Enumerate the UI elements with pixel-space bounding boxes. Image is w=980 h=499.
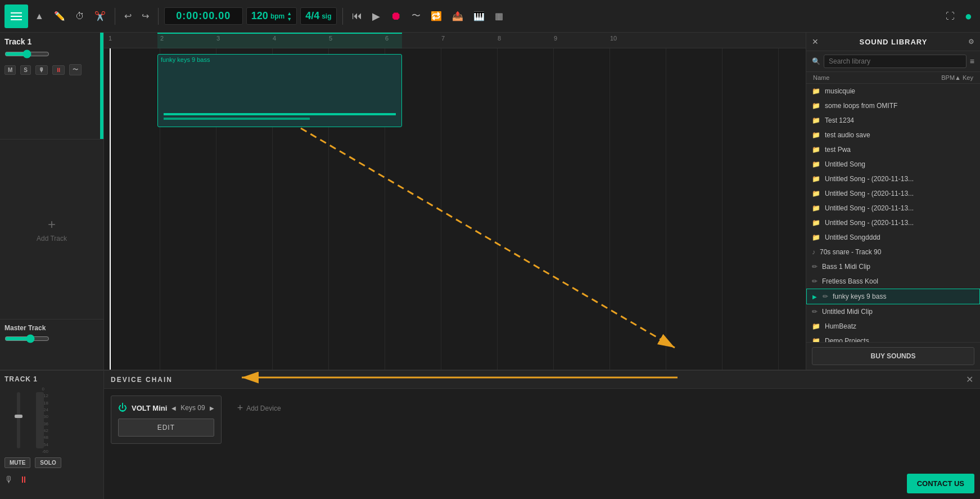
track-1-volume-slider[interactable]	[4, 50, 49, 59]
library-close-icon[interactable]: ✕	[812, 37, 819, 46]
lib-item-name: Demo Projects	[825, 337, 869, 342]
lib-item-5[interactable]: 📁Untitled Song	[806, 157, 980, 172]
sound-library-panel: ✕ SOUND LIBRARY ⚙ 🔍 ≡ Name BPM▲ Key 📁mus…	[806, 33, 980, 370]
arm-button[interactable]: 🎙	[35, 65, 48, 75]
lib-item-name: Untitled Midi Clip	[822, 308, 873, 316]
ruler-mark-9: 9	[554, 33, 557, 42]
bpm-label: bpm	[270, 12, 284, 20]
add-track-icon: +	[48, 217, 56, 232]
lib-item-name: Untitled Song - (2020-11-13...	[825, 204, 914, 212]
buy-sounds-button[interactable]: BUY SOUNDS	[812, 347, 974, 365]
hamburger-button[interactable]	[4, 5, 28, 28]
lib-item-name: Bass 1 Midi Clip	[822, 263, 870, 271]
loop-button[interactable]: 🔁	[427, 8, 445, 24]
preset-right-arrow[interactable]: ▶	[210, 405, 214, 411]
track-panel: Track 1 M S 🎙 ⏸ 〜 + Add Track Master Tra…	[0, 33, 104, 370]
edit-button[interactable]: EDIT	[118, 419, 214, 437]
device-chain-close-button[interactable]: ✕	[966, 374, 973, 385]
pencil-tool-button[interactable]: ✏️	[51, 8, 69, 24]
solo-button[interactable]: S	[20, 65, 31, 75]
lib-item-9[interactable]: 📁Untitled Song - (2020-11-13...	[806, 215, 980, 230]
track-area: funky keys 9 bass	[104, 48, 806, 370]
playhead	[110, 48, 111, 370]
device-header: ⏻ VOLT Mini ◀ Keys 09 ▶	[118, 403, 214, 413]
profile-button[interactable]: ●	[961, 6, 976, 26]
mute-button-bottom[interactable]: MUTE	[4, 457, 30, 468]
lib-item-0[interactable]: 📁musicquie	[806, 84, 980, 98]
master-volume-slider[interactable]	[4, 334, 49, 343]
select-tool-button[interactable]: ▲	[31, 8, 47, 24]
lib-item-8[interactable]: 📁Untitled Song - (2020-11-13...	[806, 201, 980, 215]
lib-item-10[interactable]: 📁Untitled Songdddd	[806, 230, 980, 245]
lib-item-name: Untitled Songdddd	[825, 233, 880, 241]
mute-button[interactable]: M	[4, 65, 16, 75]
rewind-button[interactable]: ⏮	[349, 7, 365, 25]
redo-button[interactable]: ↪	[138, 8, 152, 24]
lib-item-name: Untitled Song - (2020-11-13...	[825, 219, 914, 227]
volume-area: 0 -12 -18 -24 -30 -36 -42 -48 -54 -60	[4, 386, 99, 454]
grid-button[interactable]: ▦	[491, 8, 507, 24]
folder-icon: 📁	[812, 87, 820, 95]
record-button[interactable]: ⏺	[387, 7, 405, 25]
folder-icon: 📁	[812, 102, 820, 110]
master-track-name: Master Track	[4, 324, 99, 332]
filter-icon[interactable]: ≡	[970, 57, 974, 66]
device-chain-header: DEVICE CHAIN ✕	[104, 371, 980, 389]
lib-item-7[interactable]: 📁Untitled Song - (2020-11-13...	[806, 186, 980, 201]
lib-item-15[interactable]: ✏Untitled Midi Clip	[806, 304, 980, 319]
arrangement-view: 1 2 3 4 5 6 7 8 9 10 funky keys 9 bass	[104, 33, 806, 370]
folder-icon: 📁	[812, 219, 820, 227]
device-power-button[interactable]: ⏻	[118, 403, 127, 413]
fullscreen-button[interactable]: ⛶	[942, 8, 958, 24]
lib-item-6[interactable]: 📁Untitled Song - (2020-11-13...	[806, 172, 980, 186]
lib-item-11[interactable]: ♪70s snare - Track 90	[806, 245, 980, 259]
lib-item-16[interactable]: 📁HumBeatz	[806, 319, 980, 334]
lib-item-4[interactable]: 📁test Pwa	[806, 142, 980, 157]
midi-button[interactable]: 🎹	[470, 8, 488, 24]
lib-item-name: HumBeatz	[825, 322, 856, 330]
bpm-arrows[interactable]: ▲ ▼	[287, 11, 292, 22]
folder-icon: 📁	[812, 204, 820, 212]
contact-us-area: CONTACT US	[907, 474, 974, 493]
solo-button-bottom[interactable]: SOLO	[35, 457, 61, 468]
library-settings-icon[interactable]: ⚙	[968, 38, 974, 46]
lib-item-13[interactable]: ✏Fretless Bass Kool	[806, 274, 980, 289]
automation-button[interactable]: 〜	[408, 7, 424, 25]
lib-item-14[interactable]: ▶✏funky keys 9 bass	[806, 289, 980, 304]
clock-tool-button[interactable]: ⏱	[72, 8, 88, 24]
lib-item-1[interactable]: 📁some loops from OMITF	[806, 98, 980, 113]
master-track-header: Master Track	[0, 319, 103, 370]
add-track-area[interactable]: + Add Track	[0, 140, 103, 319]
lib-item-12[interactable]: ✏Bass 1 Midi Clip	[806, 259, 980, 274]
lib-item-17[interactable]: 📁Demo Projects	[806, 334, 980, 342]
export-button[interactable]: 📤	[449, 8, 467, 24]
pattern-button[interactable]: ⏸	[52, 65, 65, 75]
mute-solo-controls: MUTE SOLO	[4, 457, 99, 468]
divider-3	[342, 8, 343, 25]
track1-bottom-controls: TRACK 1 0 -12 -18 -24 -30 -36 -42 -48	[0, 371, 104, 499]
lib-item-2[interactable]: 📁Test 1234	[806, 113, 980, 128]
contact-us-button[interactable]: CONTACT US	[907, 474, 974, 493]
lib-item-name: Fretless Bass Kool	[822, 277, 878, 285]
lib-item-3[interactable]: 📁test audio save	[806, 128, 980, 142]
lib-item-name: Untitled Song - (2020-11-13...	[825, 175, 914, 183]
play-icon[interactable]: ▶	[812, 294, 817, 300]
preset-left-arrow[interactable]: ◀	[171, 405, 176, 411]
lib-item-name: Untitled Song - (2020-11-13...	[825, 190, 914, 197]
library-list: 📁musicquie📁some loops from OMITF📁Test 12…	[806, 84, 980, 342]
curve-button[interactable]: 〜	[69, 64, 82, 75]
scissors-tool-button[interactable]: ✂️	[91, 8, 109, 24]
bpm-value: 120	[251, 10, 268, 22]
divider-1	[115, 8, 115, 25]
track1-bottom-label: TRACK 1	[4, 375, 99, 383]
undo-button[interactable]: ↩	[121, 8, 135, 24]
audio-clip[interactable]: funky keys 9 bass	[157, 54, 402, 127]
play-button[interactable]: ▶	[369, 7, 383, 25]
mic-icon[interactable]: 🎙	[4, 475, 13, 485]
volume-thumb[interactable]	[15, 415, 22, 418]
search-input[interactable]	[824, 55, 967, 68]
pattern-icon[interactable]: ⏸	[19, 475, 28, 485]
add-device-area[interactable]: + Add Device	[231, 395, 288, 421]
track-1-name: Track 1	[4, 37, 99, 46]
library-title: SOUND LIBRARY	[860, 38, 928, 46]
